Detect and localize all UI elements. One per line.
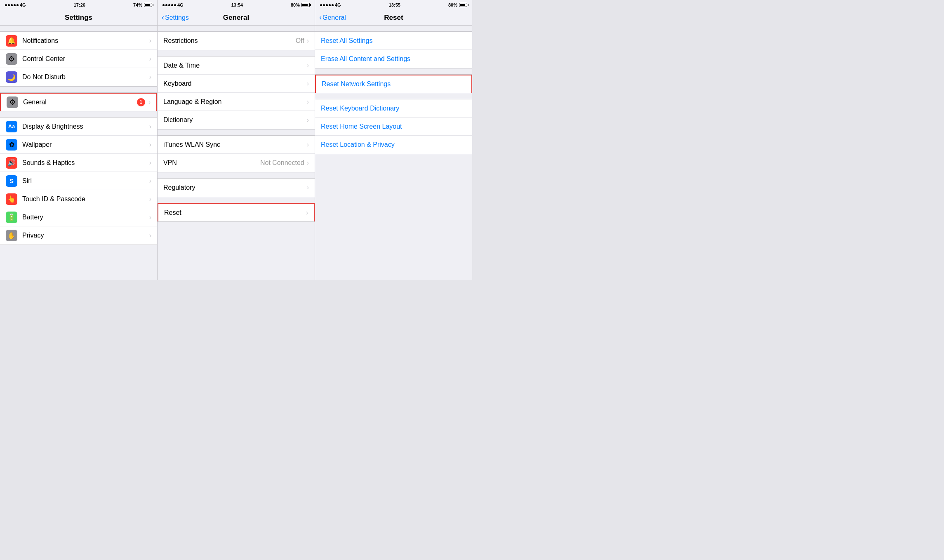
group-notifications: 🔔 Notifications › ⚙ Control Center › 🌙 D… (0, 31, 157, 87)
row-wallpaper[interactable]: ✿ Wallpaper › (0, 136, 157, 154)
status-bar-2: 4G 13:54 80% (158, 0, 315, 10)
reset-link-chevron: › (306, 209, 308, 216)
battery-chevron: › (149, 214, 151, 221)
row-erase-all[interactable]: Erase All Content and Settings (315, 50, 472, 68)
language-chevron: › (307, 98, 309, 106)
carrier-2: 4G (177, 2, 184, 7)
general-icon: ⚙ (7, 96, 18, 108)
do-not-disturb-icon: 🌙 (6, 71, 17, 83)
itunes-chevron: › (307, 141, 309, 148)
row-siri[interactable]: S Siri › (0, 172, 157, 190)
signal-dots-1 (5, 4, 19, 6)
reset-keyboard-label: Reset Keyboard Dictionary (321, 105, 399, 112)
status-right-2: 80% (291, 2, 310, 7)
status-bar-1: 4G 17:26 74% (0, 0, 157, 10)
dictionary-label: Dictionary (163, 116, 307, 124)
row-privacy[interactable]: ✋ Privacy › (0, 226, 157, 245)
itunes-label: iTunes WLAN Sync (163, 141, 307, 148)
status-left-2: 4G (162, 2, 184, 7)
row-reset-location[interactable]: Reset Location & Privacy (315, 136, 472, 154)
row-regulatory[interactable]: Regulatory › (158, 179, 315, 197)
wallpaper-label: Wallpaper (22, 141, 149, 148)
reset-home-screen-label: Reset Home Screen Layout (321, 123, 402, 130)
row-battery[interactable]: 🔋 Battery › (0, 208, 157, 226)
status-bar-3: 4G 13:55 80% (315, 0, 472, 10)
row-general[interactable]: ⚙ General 1 › (0, 93, 157, 111)
row-sounds[interactable]: 🔊 Sounds & Haptics › (0, 154, 157, 172)
display-label: Display & Brightness (22, 123, 149, 130)
row-touchid[interactable]: 👆 Touch ID & Passcode › (0, 190, 157, 208)
row-restrictions[interactable]: Restrictions Off › (158, 32, 315, 50)
privacy-icon: ✋ (6, 230, 17, 241)
row-itunes[interactable]: iTunes WLAN Sync › (158, 136, 315, 154)
signal-dots-2 (162, 4, 176, 6)
row-reset-network[interactable]: Reset Network Settings (315, 75, 472, 93)
battery-pct-3: 80% (448, 2, 457, 7)
keyboard-chevron: › (307, 80, 309, 87)
reset-panel: 4G 13:55 80% ‹ General Reset Reset All S… (315, 0, 472, 280)
carrier-1: 4G (20, 2, 26, 7)
settings-panel: 4G 17:26 74% Settings 🔔 Notifications › … (0, 0, 158, 280)
row-reset-keyboard[interactable]: Reset Keyboard Dictionary (315, 99, 472, 118)
row-vpn[interactable]: VPN Not Connected › (158, 154, 315, 172)
nav-back-reset[interactable]: ‹ General (319, 13, 346, 22)
status-right-3: 80% (448, 2, 467, 7)
notifications-chevron: › (149, 37, 151, 45)
nav-title-general: General (223, 14, 249, 22)
row-keyboard[interactable]: Keyboard › (158, 75, 315, 93)
do-not-disturb-chevron: › (149, 73, 151, 81)
battery-icon-2 (301, 3, 310, 7)
nav-bar-reset: ‹ General Reset (315, 10, 472, 26)
time-2: 13:54 (231, 2, 243, 7)
row-language[interactable]: Language & Region › (158, 93, 315, 111)
touchid-icon: 👆 (6, 193, 17, 205)
row-dictionary[interactable]: Dictionary › (158, 111, 315, 129)
battery-pct-1: 74% (133, 2, 142, 7)
group-datetime: Date & Time › Keyboard › Language & Regi… (158, 56, 315, 129)
row-reset-link[interactable]: Reset › (158, 203, 315, 221)
nav-title-reset: Reset (384, 14, 403, 22)
sounds-icon: 🔊 (6, 157, 17, 169)
general-panel: 4G 13:54 80% ‹ Settings General Restrict… (158, 0, 315, 280)
battery-icon-3 (459, 3, 467, 7)
datetime-label: Date & Time (163, 62, 307, 69)
display-icon: Aa (6, 121, 17, 132)
row-datetime[interactable]: Date & Time › (158, 56, 315, 75)
do-not-disturb-label: Do Not Disturb (22, 73, 149, 81)
status-left-3: 4G (320, 2, 341, 7)
battery-pct-2: 80% (291, 2, 300, 7)
group-itunes: iTunes WLAN Sync › VPN Not Connected › (158, 135, 315, 172)
display-chevron: › (149, 123, 151, 130)
group-restrictions: Restrictions Off › (158, 31, 315, 50)
reset-all-settings-label: Reset All Settings (321, 37, 372, 45)
row-control-center[interactable]: ⚙ Control Center › (0, 50, 157, 68)
row-reset-all-settings[interactable]: Reset All Settings (315, 32, 472, 50)
row-notifications[interactable]: 🔔 Notifications › (0, 32, 157, 50)
datetime-chevron: › (307, 62, 309, 69)
nav-back-general[interactable]: ‹ Settings (162, 13, 189, 22)
nav-back-label-general: Settings (165, 14, 189, 21)
privacy-label: Privacy (22, 232, 149, 239)
nav-back-label-reset: General (323, 14, 346, 21)
row-display[interactable]: Aa Display & Brightness › (0, 118, 157, 136)
restrictions-label: Restrictions (163, 37, 296, 45)
time-1: 17:26 (74, 2, 85, 7)
touchid-label: Touch ID & Passcode (22, 195, 149, 203)
row-do-not-disturb[interactable]: 🌙 Do Not Disturb › (0, 68, 157, 86)
siri-chevron: › (149, 177, 151, 185)
settings-content: 🔔 Notifications › ⚙ Control Center › 🌙 D… (0, 26, 157, 280)
reset-link-label: Reset (164, 209, 306, 216)
group-reset-bottom: Reset Keyboard Dictionary Reset Home Scr… (315, 99, 472, 154)
siri-label: Siri (22, 177, 149, 185)
status-left-1: 4G (5, 2, 26, 7)
restrictions-value: Off (296, 37, 304, 45)
notifications-icon: 🔔 (6, 35, 17, 47)
regulatory-label: Regulatory (163, 184, 307, 191)
group-general: ⚙ General 1 › (0, 92, 157, 111)
sounds-chevron: › (149, 159, 151, 167)
group-reset-top: Reset All Settings Erase All Content and… (315, 31, 472, 68)
nav-bar-general: ‹ Settings General (158, 10, 315, 26)
carrier-3: 4G (335, 2, 341, 7)
row-reset-home-screen[interactable]: Reset Home Screen Layout (315, 118, 472, 136)
group-reset-link: Reset › (158, 203, 315, 222)
